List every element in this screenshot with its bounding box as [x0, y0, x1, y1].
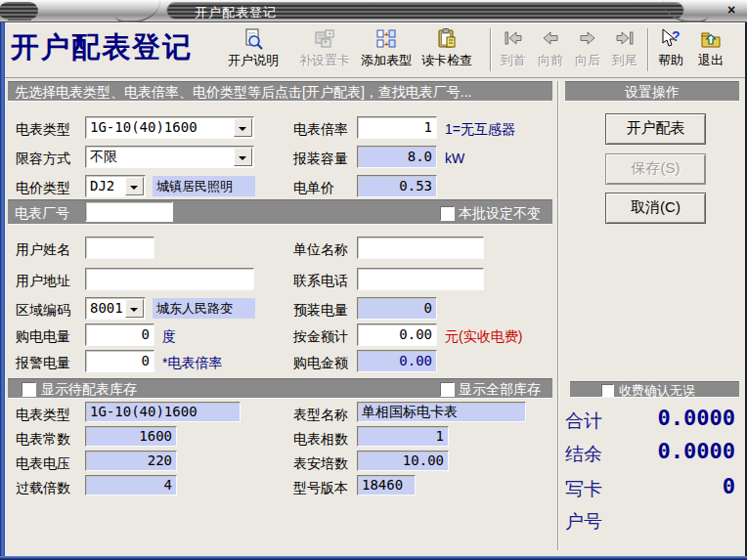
- info-amperage-value: 10.00: [403, 452, 444, 468]
- meter-type-combobox[interactable]: 1G-10(40)1600: [85, 116, 254, 139]
- write-card-label: 写卡: [565, 477, 602, 502]
- info-phases-label: 电表相数: [293, 429, 348, 449]
- window-border-left: [0, 22, 5, 560]
- svg-text:+: +: [384, 40, 389, 49]
- svg-text:*: *: [324, 38, 328, 48]
- titlebar-stripe-stub: [0, 2, 38, 20]
- preload-value: 0: [424, 300, 432, 316]
- add-meter-type-icon: ++: [357, 27, 416, 53]
- user-address-input[interactable]: [85, 268, 254, 290]
- write-card-value: 0: [723, 474, 735, 498]
- total-label: 合计: [565, 409, 602, 434]
- by-amount-input[interactable]: 0.00: [357, 323, 437, 346]
- doc-search-icon: [224, 27, 283, 53]
- purchase-qty-input[interactable]: 0: [85, 323, 154, 346]
- info-meter-type-field: 1G-10(40)1600: [85, 402, 241, 422]
- show-all-stock-label: 显示全部库存: [459, 379, 541, 400]
- nav-next-icon: [570, 27, 605, 53]
- by-amount-value: 0.00: [399, 326, 432, 342]
- alarm-qty-note: *电表倍率: [162, 353, 222, 372]
- show-all-stock-checkbox[interactable]: [440, 382, 455, 397]
- info-phases-field: 1: [357, 426, 449, 447]
- clipboard-check-icon: [417, 27, 476, 53]
- toolbar-label: 帮助: [652, 53, 689, 68]
- open-account-label: 开户配表: [627, 119, 685, 136]
- factory-number-label: 电表厂号: [15, 205, 69, 221]
- actions-title: 设置操作: [625, 84, 680, 100]
- org-name-input[interactable]: [357, 237, 484, 259]
- limit-mode-combobox[interactable]: 不限: [85, 146, 254, 168]
- purchase-qty-value: 0: [142, 326, 150, 342]
- info-overload-label: 过载倍数: [16, 478, 70, 497]
- toolbar-button-read-card-check[interactable]: 读卡检查: [417, 25, 476, 74]
- chevron-down-icon[interactable]: [234, 118, 252, 137]
- purchase-amount-field: 0.00: [357, 350, 437, 372]
- by-amount-label: 按金额计: [293, 326, 348, 346]
- toolbar-button-help[interactable]: ? 帮助: [652, 25, 689, 74]
- capacity-field: 8.0: [357, 146, 437, 168]
- meter-type-value: 1G-10(40)1600: [90, 119, 198, 135]
- svg-text:+: +: [328, 29, 332, 38]
- toolbar-label: 添加表型: [357, 53, 416, 68]
- multiplier-label: 电表倍率: [293, 119, 348, 139]
- toolbar-separator: [647, 28, 649, 71]
- hint-text: 先选择电表类型、电表倍率、电价类型等后点击[开户配表]，查找电表厂号...: [15, 84, 471, 100]
- chevron-down-icon[interactable]: [125, 299, 144, 318]
- info-model-name-value: 单相国标电卡表: [362, 404, 458, 419]
- info-meter-type-label: 电表类型: [16, 405, 70, 424]
- phone-input[interactable]: [357, 268, 484, 290]
- price-type-value: DJ2: [90, 178, 114, 194]
- toolbar-button-nav-first: 到首: [496, 25, 531, 74]
- capacity-unit: kW: [445, 149, 464, 168]
- toolbar-button-add-meter-type[interactable]: ++ 添加表型: [357, 25, 416, 74]
- alarm-qty-input[interactable]: 0: [85, 350, 154, 372]
- info-constant-label: 电表常数: [16, 429, 70, 449]
- user-name-input[interactable]: [85, 237, 154, 259]
- area-code-combobox[interactable]: 8001: [85, 297, 146, 320]
- purchase-qty-unit: 度: [162, 326, 176, 346]
- open-account-button[interactable]: 开户配表: [605, 113, 706, 145]
- total-value: 0.0000: [658, 406, 735, 430]
- batch-fixed-checkbox[interactable]: [440, 206, 455, 221]
- info-constant-field: 1600: [85, 426, 177, 447]
- actions-header: 设置操作: [565, 81, 739, 102]
- multiplier-input[interactable]: 1: [357, 116, 437, 139]
- show-pending-stock-checkbox[interactable]: [22, 382, 36, 397]
- area-code-value: 8001: [90, 300, 123, 316]
- toolbar-label: 补设置卡: [294, 53, 355, 68]
- toolbar-button-open-help[interactable]: 开户说明: [224, 25, 283, 74]
- user-name-label: 用户姓名: [16, 239, 70, 259]
- purchase-amount-value: 0.00: [399, 353, 432, 368]
- toolbar-label: 向后: [570, 53, 605, 68]
- help-cursor-icon: ?: [652, 27, 689, 53]
- chevron-down-icon[interactable]: [234, 148, 252, 166]
- info-constant-value: 1600: [139, 428, 172, 444]
- fee-confirm-checkbox[interactable]: [601, 384, 614, 397]
- price-type-label: 电价类型: [16, 178, 70, 197]
- title-bar[interactable]: ≤ 开户配表登记 ×: [0, 0, 747, 22]
- unit-price-value: 0.53: [399, 178, 432, 194]
- factory-number-input[interactable]: [85, 201, 173, 222]
- toolbar-label: 读卡检查: [417, 53, 476, 68]
- cancel-button[interactable]: 取消(C): [605, 193, 706, 224]
- app-window: ≤ 开户配表登记 × 开户配表登记 开户说明 +* 补设置卡 ++ 添加: [0, 0, 747, 560]
- info-voltage-value: 220: [148, 452, 172, 468]
- close-button[interactable]: ×: [724, 2, 739, 18]
- toolbar-label: 到尾: [607, 53, 642, 68]
- window-title: 开户配表登记: [195, 4, 277, 22]
- info-version-field: 18460: [357, 475, 416, 495]
- chevron-down-icon[interactable]: [125, 177, 144, 195]
- svg-text:+: +: [384, 30, 389, 39]
- info-overload-field: 4: [85, 475, 177, 495]
- card-add-icon: +*: [294, 27, 355, 53]
- info-model-name-field: 单相国标电卡表: [357, 402, 526, 422]
- titlebar-stripe-band: 开户配表登记: [166, 2, 684, 20]
- info-version-label: 型号版本: [293, 478, 348, 497]
- toolbar-label: 开户说明: [224, 53, 283, 68]
- limit-mode-value: 不限: [90, 149, 117, 164]
- unit-price-label: 电单价: [293, 178, 334, 197]
- cancel-label: 取消(C): [631, 198, 681, 215]
- price-type-combobox[interactable]: DJ2: [85, 175, 146, 197]
- toolbar-button-exit[interactable]: 退出: [691, 25, 730, 74]
- preload-field: 0: [357, 297, 437, 320]
